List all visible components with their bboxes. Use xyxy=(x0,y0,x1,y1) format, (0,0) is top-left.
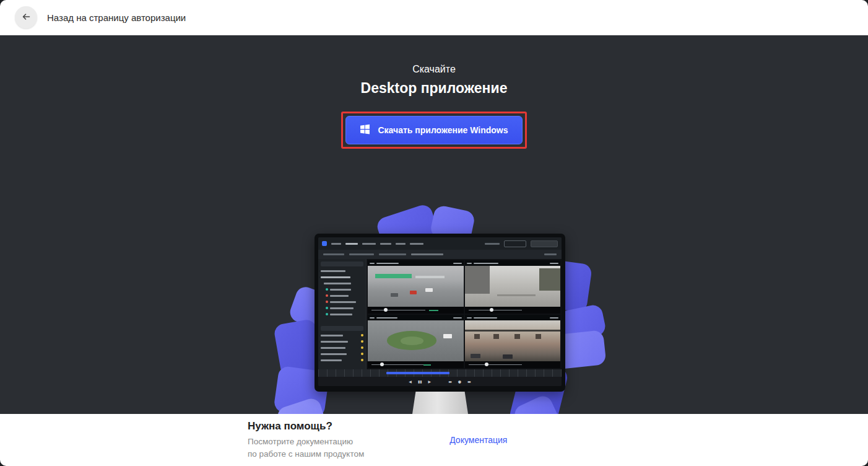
help-footer: Нужна помощь? Посмотрите документацию по… xyxy=(0,414,868,466)
camera-tile-1 xyxy=(368,260,464,314)
back-button[interactable] xyxy=(15,6,37,29)
camera-tile-3 xyxy=(368,315,464,368)
app-screenshot-illustration: ◀▮▮▶ ▬●▬ xyxy=(318,237,562,386)
download-button-label: Скачать приложение Windows xyxy=(378,125,508,135)
help-description-line1: Посмотрите документацию xyxy=(248,436,364,448)
help-heading: Нужна помощь? xyxy=(248,420,364,433)
download-windows-button[interactable]: Скачать приложение Windows xyxy=(345,116,522,144)
help-block: Нужна помощь? Посмотрите документацию по… xyxy=(248,420,364,460)
back-label: Назад на страницу авторизации xyxy=(47,12,186,23)
help-description-line2: по работе с нашим продуктом xyxy=(248,448,364,460)
hero-eyebrow: Скачайте xyxy=(0,35,868,75)
windows-logo-icon xyxy=(360,124,370,136)
top-bar: Назад на страницу авторизации xyxy=(0,0,868,35)
camera-grid xyxy=(367,259,562,369)
app-sidebar-search-2 xyxy=(321,326,363,331)
app-filterbar xyxy=(318,250,562,259)
highlight-annotation: Скачать приложение Windows xyxy=(341,112,526,149)
documentation-link[interactable]: Документация xyxy=(449,435,507,445)
download-page: Назад на страницу авторизации Скачайте D… xyxy=(0,0,868,466)
app-playback-controls: ◀▮▮▶ ▬●▬ xyxy=(318,377,562,386)
camera-tile-4 xyxy=(465,315,561,368)
monitor-illustration: ◀▮▮▶ ▬●▬ xyxy=(315,234,565,392)
app-events-button xyxy=(531,240,558,247)
app-exit-button xyxy=(504,240,526,247)
page-title: Desktop приложение xyxy=(0,80,868,97)
app-sidebar-search xyxy=(321,262,363,266)
monitor-stand xyxy=(412,392,468,414)
hero-section: Скачайте Desktop приложение Скачать прил… xyxy=(0,35,868,414)
app-logo xyxy=(322,241,327,246)
app-sidebar xyxy=(318,259,367,369)
app-topbar xyxy=(318,237,562,250)
arrow-left-icon xyxy=(21,12,31,24)
app-timeline: ◀▮▮▶ ▬●▬ xyxy=(318,369,562,386)
camera-tile-2 xyxy=(465,260,561,314)
